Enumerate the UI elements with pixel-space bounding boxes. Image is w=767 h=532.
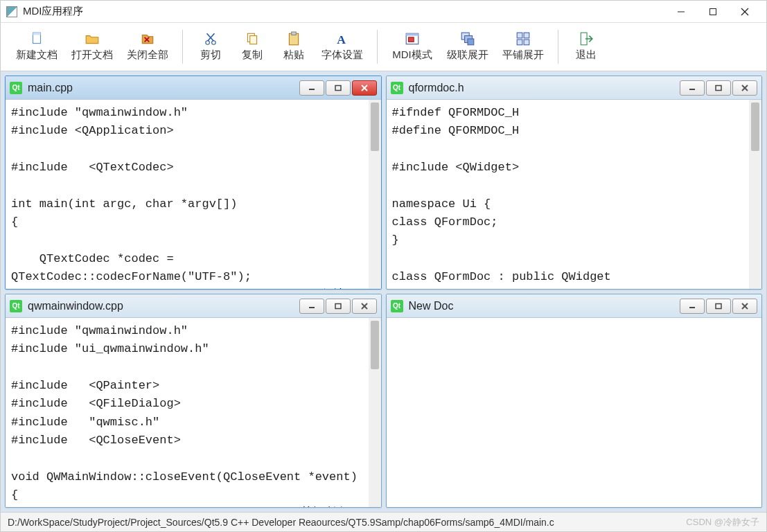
svg-rect-25 (517, 39, 522, 45)
font-icon: A (335, 32, 350, 46)
svg-rect-1 (710, 8, 716, 15)
app-icon (6, 6, 17, 17)
svg-rect-5 (33, 33, 41, 35)
folder-close-icon (140, 32, 155, 46)
paste-button[interactable]: 粘贴 (273, 26, 315, 68)
open-doc-button[interactable]: 打开文档 (64, 26, 120, 68)
scrollbar[interactable] (749, 100, 761, 289)
scrollbar-thumb[interactable] (751, 103, 759, 151)
svg-rect-15 (292, 32, 297, 35)
new-doc-label: 新建文档 (16, 48, 58, 62)
sub-minimize-button[interactable] (680, 80, 705, 96)
svg-rect-41 (716, 303, 721, 308)
scrollbar-thumb[interactable] (371, 103, 379, 151)
sub-maximize-button[interactable] (326, 80, 351, 96)
tile-icon (515, 32, 531, 46)
exit-label: 退出 (576, 48, 597, 62)
sub-maximize-button[interactable] (706, 80, 731, 96)
svg-rect-18 (406, 33, 418, 35)
copy-button[interactable]: 复制 (231, 26, 273, 68)
svg-rect-26 (524, 39, 529, 45)
subwindow-new-doc[interactable]: Qt New Doc (386, 294, 763, 508)
close-all-label: 关闭全部 (127, 48, 168, 62)
svg-rect-33 (716, 85, 721, 90)
sub-close-button[interactable] (732, 80, 757, 96)
window-titlebar: MDI应用程序 (1, 1, 766, 23)
scrollbar[interactable] (369, 318, 381, 507)
subwindow-titlebar[interactable]: Qt New Doc (387, 294, 762, 318)
subwindow-title: qformdoc.h (409, 82, 680, 94)
subwindow-title: qwmainwindow.cpp (28, 300, 299, 312)
open-doc-label: 打开文档 (71, 48, 113, 62)
cascade-icon (460, 32, 475, 46)
mdi-mode-button[interactable]: MDI模式 (385, 26, 440, 68)
tile-label: 平铺展开 (502, 48, 544, 62)
qt-icon: Qt (10, 300, 22, 312)
status-path: D:/WorkSpace/StudyProject/Project_Source… (8, 517, 554, 528)
cascade-label: 级联展开 (447, 48, 488, 62)
mdi-icon (405, 32, 420, 46)
sub-minimize-button[interactable] (299, 80, 324, 96)
font-button[interactable]: A 字体设置 (315, 26, 370, 68)
svg-point-9 (212, 41, 216, 45)
svg-rect-24 (524, 33, 529, 38)
subwindow-titlebar[interactable]: Qt main.cpp (6, 76, 381, 100)
maximize-button[interactable] (697, 1, 729, 23)
subwindow-main-cpp[interactable]: Qt main.cpp #include "qwmainwindow.h" #i… (5, 76, 382, 290)
code-editor[interactable]: #include "qwmainwindow.h" #include <QApp… (6, 100, 369, 289)
svg-rect-19 (409, 37, 414, 42)
scrollbar-thumb[interactable] (371, 321, 379, 369)
qt-icon: Qt (391, 300, 403, 312)
code-editor[interactable]: #include "qwmainwindow.h" #include "ui_q… (6, 318, 369, 507)
subwindow-titlebar[interactable]: Qt qformdoc.h (387, 76, 762, 100)
watermark-text: CSDN @冷静女子 (686, 516, 759, 529)
svg-rect-37 (335, 303, 341, 308)
exit-icon (579, 32, 594, 46)
folder-open-icon (85, 32, 100, 46)
close-button[interactable] (729, 1, 761, 23)
subwindow-title: New Doc (409, 300, 680, 312)
cut-button[interactable]: 剪切 (190, 26, 231, 68)
subwindow-qwmainwindow-cpp[interactable]: Qt qwmainwindow.cpp #include "qwmainwind… (5, 294, 382, 508)
svg-point-8 (206, 41, 210, 45)
copy-label: 复制 (242, 48, 263, 62)
scissors-icon (203, 32, 218, 46)
code-editor[interactable]: #ifndef QFORMDOC_H #define QFORMDOC_H #i… (387, 100, 750, 289)
svg-rect-23 (517, 33, 522, 38)
close-all-button[interactable]: 关闭全部 (120, 26, 175, 68)
sub-close-button[interactable] (352, 299, 377, 314)
code-editor[interactable] (387, 318, 762, 507)
subwindow-qformdoc-h[interactable]: Qt qformdoc.h #ifndef QFORMDOC_H #define… (386, 76, 763, 290)
scrollbar[interactable] (369, 100, 381, 289)
sub-close-button[interactable] (352, 80, 377, 96)
statusbar: D:/WorkSpace/StudyProject/Project_Source… (1, 512, 766, 531)
sub-close-button[interactable] (732, 299, 757, 314)
clipboard-icon (286, 32, 301, 46)
sub-maximize-button[interactable] (326, 299, 351, 314)
exit-button[interactable]: 退出 (565, 26, 607, 68)
qt-icon: Qt (10, 82, 22, 94)
new-file-icon (29, 32, 44, 46)
svg-rect-13 (250, 36, 257, 44)
svg-rect-29 (335, 85, 341, 90)
cascade-button[interactable]: 级联展开 (440, 26, 495, 68)
subwindow-titlebar[interactable]: Qt qwmainwindow.cpp (6, 294, 381, 318)
sub-minimize-button[interactable] (680, 299, 705, 314)
new-doc-button[interactable]: 新建文档 (9, 26, 64, 68)
copy-icon (245, 32, 260, 46)
sub-maximize-button[interactable] (706, 299, 731, 314)
toolbar: 新建文档 打开文档 关闭全部 剪切 复制 粘贴 A 字体设置 (1, 23, 766, 71)
sub-minimize-button[interactable] (299, 299, 324, 314)
mdi-mode-label: MDI模式 (392, 48, 432, 62)
mdi-area: Qt main.cpp #include "qwmainwindow.h" #i… (1, 71, 766, 512)
svg-text:A: A (337, 33, 346, 46)
font-label: 字体设置 (321, 48, 363, 62)
paste-label: 粘贴 (283, 48, 304, 62)
subwindow-title: main.cpp (28, 82, 299, 94)
cut-label: 剪切 (200, 48, 221, 62)
window-title: MDI应用程序 (23, 5, 84, 18)
minimize-button[interactable] (665, 1, 697, 23)
svg-rect-22 (468, 39, 474, 45)
tile-button[interactable]: 平铺展开 (495, 26, 551, 68)
qt-icon: Qt (391, 82, 403, 94)
